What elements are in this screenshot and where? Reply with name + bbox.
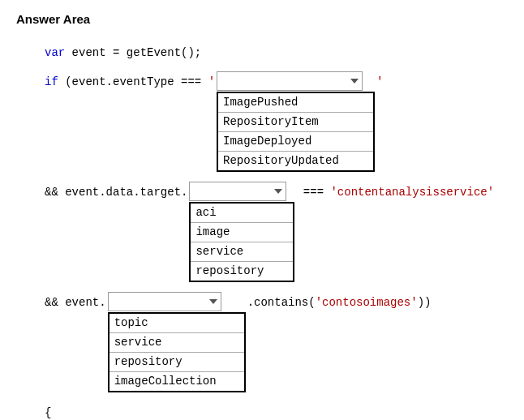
code-line-brace-open: {	[45, 402, 508, 420]
code-line-4: && event. topic service repository image…	[45, 292, 508, 392]
dropdown-2-option[interactable]: repository	[191, 262, 293, 281]
page-title: Answer Area	[16, 12, 508, 26]
chevron-down-icon	[274, 189, 282, 194]
dropdown-2-list: aci image service repository	[189, 202, 294, 282]
code-text: ===	[296, 186, 330, 199]
code-line-3: && event.data.target. aci image service …	[45, 182, 508, 282]
dropdown-1: ImagePushed RepositoryItem ImageDeployed…	[217, 71, 375, 172]
code-text: ))	[418, 296, 432, 309]
dropdown-3-option[interactable]: imageCollection	[110, 372, 244, 391]
dropdown-2-control[interactable]	[189, 182, 286, 201]
dropdown-3-option[interactable]: repository	[110, 353, 244, 372]
brace-open: {	[45, 402, 51, 420]
code-line-2: if (event.eventType === ' ImagePushed Re…	[45, 71, 508, 172]
code-line-1: var event = getEvent();	[45, 42, 508, 62]
string-quote: '	[376, 75, 383, 88]
dropdown-1-control[interactable]	[217, 71, 363, 91]
string-literal: 'contosoimages'	[316, 296, 418, 309]
keyword-if: if	[45, 75, 58, 88]
code-text: .contains(	[247, 296, 316, 309]
dropdown-2-option[interactable]: aci	[191, 204, 293, 223]
dropdown-3-list: topic service repository imageCollection	[108, 312, 246, 392]
code-text: && event.data.target.	[45, 186, 187, 199]
dropdown-3: topic service repository imageCollection	[108, 292, 246, 392]
dropdown-3-option[interactable]: topic	[110, 314, 244, 333]
dropdown-1-list: ImagePushed RepositoryItem ImageDeployed…	[217, 92, 375, 172]
dropdown-1-option[interactable]: ImageDeployed	[218, 132, 373, 152]
code-text: && event.	[45, 296, 106, 309]
dropdown-1-option[interactable]: RepositoryItem	[218, 113, 373, 132]
chevron-down-icon	[209, 299, 217, 304]
string-literal: 'contentanalysisservice'	[330, 186, 494, 199]
code-area: var event = getEvent(); if (event.eventT…	[16, 42, 508, 420]
dropdown-1-option[interactable]: ImagePushed	[218, 93, 373, 113]
dropdown-2: aci image service repository	[189, 182, 294, 282]
dropdown-2-option[interactable]: service	[191, 242, 293, 262]
code-text: event = getEvent();	[65, 46, 201, 59]
dropdown-2-option[interactable]: image	[191, 223, 293, 242]
dropdown-3-control[interactable]	[108, 292, 221, 311]
keyword-var: var	[45, 46, 65, 59]
chevron-down-icon	[350, 79, 359, 84]
string-quote: '	[208, 75, 215, 88]
code-text: (event.eventType ===	[58, 75, 208, 88]
dropdown-3-option[interactable]: service	[110, 333, 244, 353]
dropdown-1-option[interactable]: RepositoryUpdated	[218, 152, 373, 170]
